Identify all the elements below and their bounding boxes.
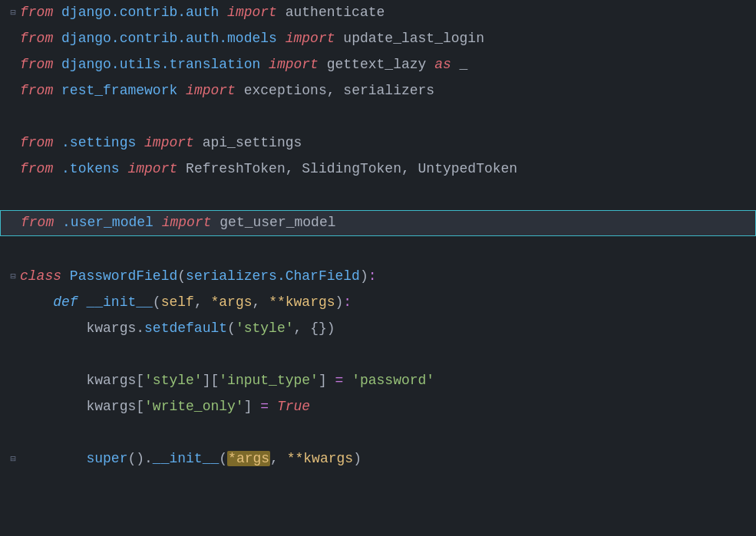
paren: ) (353, 451, 361, 466)
dot: . (136, 321, 144, 336)
keyword-import: import (227, 5, 277, 20)
keyword-def: def (53, 294, 78, 310)
paren: ) (327, 321, 335, 336)
dstar-kwargs: **kwargs (287, 451, 353, 466)
keyword-from: from (20, 57, 53, 72)
code-content-3: from django.utils.translation import get… (20, 54, 756, 76)
code-content-2: from django.contrib.auth.models import u… (20, 28, 756, 50)
paren: ) (360, 268, 368, 284)
base-class: serializers.CharField (186, 268, 360, 284)
code-line-11: ⊟ class PasswordField(serializers.CharFi… (0, 264, 756, 290)
module-name: django.utils.translation (61, 57, 260, 72)
keyword-import: import (162, 215, 212, 230)
code-line-1: ⊟ from django.contrib.auth import authen… (0, 0, 756, 26)
init-call: __init__ (153, 451, 219, 466)
fold-gutter-1[interactable]: ⊟ (6, 6, 20, 21)
import-name: update_last_login (343, 31, 484, 46)
code-line-10 (0, 238, 756, 264)
keyword-import: import (186, 83, 236, 98)
code-content-6: from .settings import api_settings (20, 133, 756, 154)
import-name: get_user_model (220, 215, 335, 230)
code-content-4: from rest_framework import exceptions, s… (20, 81, 756, 102)
code-line-15: kwargs['style']['input_type'] = 'passwor… (0, 368, 756, 394)
bracket: ] (244, 399, 253, 414)
var-kwargs: kwargs (86, 399, 136, 414)
fold-gutter-11[interactable]: ⊟ (6, 270, 20, 284)
keyword-as: as (434, 57, 451, 72)
keyword-from: from (20, 161, 53, 176)
code-line-2: from django.contrib.auth.models import u… (0, 26, 756, 52)
dstar-kwargs: **kwargs (269, 294, 335, 310)
import-name: RefreshToken, SlidingToken, UntypedToken (186, 161, 517, 176)
string-style: 'style' (236, 321, 294, 336)
keyword-from: from (20, 31, 53, 46)
keyword-from: from (20, 135, 53, 150)
code-line-9[interactable]: from .user_model import get_user_model (0, 210, 756, 236)
string-password: 'password' (352, 373, 434, 388)
string-style: 'style' (144, 373, 203, 388)
keyword-import: import (286, 31, 335, 46)
assign-op: = (335, 373, 344, 388)
module-name: .tokens (61, 161, 120, 176)
bracket: [ (136, 373, 144, 388)
paren: ( (153, 294, 161, 310)
self-param: self (161, 294, 194, 310)
string-input-type: 'input_type' (219, 373, 319, 388)
code-content-1: from django.contrib.auth import authenti… (20, 2, 756, 24)
code-line-8 (0, 183, 756, 209)
keyword-class: class (20, 268, 61, 284)
method-call: setdefault (144, 321, 227, 336)
keyword-import: import (127, 161, 177, 176)
paren: , (270, 451, 287, 466)
class-name: PasswordField (70, 268, 177, 284)
keyword-from: from (20, 5, 53, 20)
string-write-only: 'write_only' (144, 399, 244, 414)
star-args-highlight: *args (227, 451, 270, 466)
code-content-18: super().__init__(*args, **kwargs) (20, 449, 756, 470)
bracket: ][ (203, 373, 220, 388)
module-name: django.contrib.auth.models (61, 31, 277, 46)
code-line-17 (0, 420, 756, 446)
code-line-5 (0, 104, 756, 130)
paren: ( (177, 268, 186, 284)
code-content-13: kwargs.setdefault('style', {}) (20, 318, 756, 340)
code-content-9: from .user_model import get_user_model (21, 212, 755, 234)
paren: ( (227, 321, 236, 336)
super-call: super (86, 451, 127, 466)
import-name: gettext_lazy (327, 57, 427, 72)
keyword-true: True (277, 399, 310, 414)
module-name: rest_framework (61, 83, 177, 98)
keyword-import: import (144, 135, 194, 150)
code-line-12: def __init__(self, *args, **kwargs): (0, 290, 756, 316)
code-line-3: from django.utils.translation import get… (0, 52, 756, 78)
code-content-16: kwargs['write_only'] = True (20, 396, 756, 418)
import-name: authenticate (286, 5, 385, 20)
code-content-15: kwargs['style']['input_type'] = 'passwor… (20, 370, 756, 392)
fold-gutter-18[interactable]: ⊟ (6, 452, 20, 467)
code-line-16: kwargs['write_only'] = True (0, 394, 756, 420)
code-content-11: class PasswordField(serializers.CharFiel… (20, 266, 756, 288)
code-content-7: from .tokens import RefreshToken, Slidin… (20, 159, 756, 180)
paren: ) (335, 294, 344, 310)
bracket: [ (136, 399, 144, 414)
code-line-4: from rest_framework import exceptions, s… (0, 78, 756, 104)
module-name: django.contrib.auth (61, 5, 219, 20)
code-line-13: kwargs.setdefault('style', {}) (0, 316, 756, 342)
keyword-from: from (21, 215, 54, 230)
var-kwargs: kwargs (86, 321, 136, 336)
alias-underscore: _ (460, 57, 468, 72)
import-name: api_settings (203, 135, 302, 150)
code-line-7: from .tokens import RefreshToken, Slidin… (0, 156, 756, 183)
colon: : (368, 268, 377, 284)
module-name: .settings (61, 135, 136, 150)
var-kwargs: kwargs (86, 373, 136, 388)
assign-op: = (260, 399, 269, 414)
module-name: .user_model (62, 215, 154, 230)
empty-dict: {} (310, 321, 327, 336)
colon: : (343, 294, 352, 310)
paren: , (253, 294, 269, 310)
paren: , (194, 294, 211, 310)
method-name: __init__ (86, 294, 152, 310)
paren: , (294, 321, 311, 336)
bracket: ] (319, 373, 327, 388)
